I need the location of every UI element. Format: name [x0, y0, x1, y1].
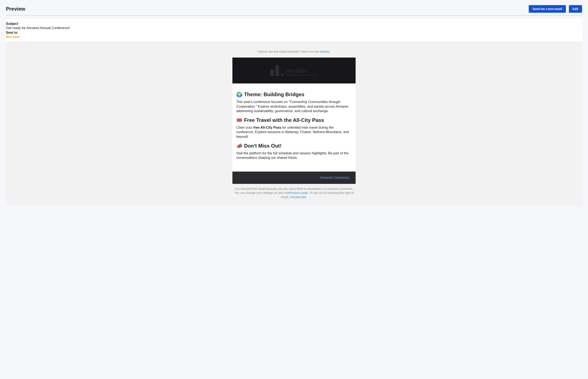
page-header: Preview Send me a test email Edit: [6, 5, 582, 16]
page-title: Preview: [6, 6, 25, 12]
fallback-pre-text: Cannot see this email correctly? View it…: [258, 50, 320, 53]
sent-status: Not sent: [6, 35, 582, 39]
section-heading-theme: 🌍 Theme: Building Bridges: [236, 92, 352, 97]
email-footer: Annares Commons: [232, 172, 356, 184]
notifications-page-link[interactable]: notifications page: [285, 191, 308, 194]
email-card: decidim free open-source democracy 🌍 The…: [232, 58, 356, 184]
section-heading-dontmiss: 📣 Don't Miss Out!: [236, 143, 352, 149]
logo-name: decidim: [286, 68, 318, 74]
view-in-browser-line: Cannot see this email correctly? View it…: [6, 50, 582, 53]
section-para-dontmiss: Visit the platform for the full schedule…: [236, 151, 352, 160]
unsubscribe-link[interactable]: Unsubscribe: [290, 195, 306, 199]
travel-para-pre: Claim your: [236, 126, 253, 129]
decidim-logo: decidim free open-source democracy: [270, 65, 318, 76]
email-preview-area: Cannot see this email correctly? View it…: [6, 41, 582, 206]
section-para-travel: Claim your free All-City Pass for unlimi…: [236, 125, 352, 139]
subject-label: Subject: [6, 22, 582, 26]
page: Preview Send me a test email Edit Subjec…: [0, 0, 588, 214]
edit-button[interactable]: Edit: [569, 5, 582, 13]
newsletter-meta: Subject Get ready for Annares Annual Con…: [6, 19, 582, 41]
logo-text: decidim free open-source democracy: [286, 68, 318, 76]
section-para-theme: This year's conference focuses on "Conne…: [236, 100, 352, 113]
sent-to-label: Sent to: [6, 31, 582, 35]
view-on-website-link[interactable]: website: [320, 50, 329, 53]
theme-para-pre: This year's conference focuses on: [236, 100, 289, 104]
fallback-post-text: .: [329, 50, 330, 53]
unsubscribe-line: You received this email because you are …: [232, 187, 356, 199]
send-test-email-button[interactable]: Send me a test email: [529, 5, 566, 13]
travel-para-bold: free All-City Pass: [253, 126, 281, 129]
email-body: 🌍 Theme: Building Bridges This year's co…: [232, 83, 356, 172]
logo-tagline: free open-source democracy: [286, 74, 318, 76]
unsub-post: .: [306, 195, 307, 199]
section-heading-travel: 🎟️ Free Travel with the All-City Pass: [236, 117, 352, 123]
subject-value: Get ready for Annares Annual Conference!: [6, 26, 582, 30]
email-header: decidim free open-source democracy: [232, 58, 356, 83]
logo-bars-icon: [270, 65, 284, 76]
email-footer-link[interactable]: Annares Commons: [320, 176, 349, 179]
header-actions: Send me a test email Edit: [529, 5, 582, 13]
